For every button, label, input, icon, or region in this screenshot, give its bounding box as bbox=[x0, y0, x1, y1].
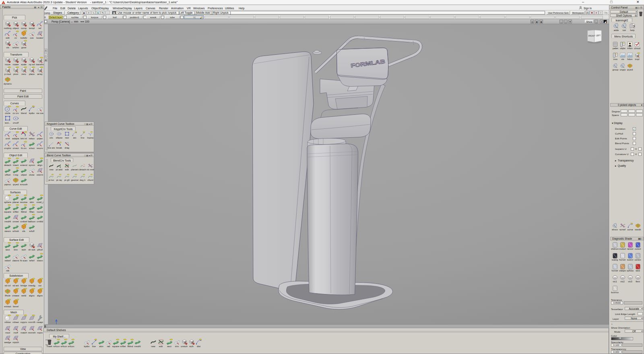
svg-text:LEFT: LEFT bbox=[596, 34, 601, 37]
svg-text:FRONT: FRONT bbox=[588, 35, 595, 37]
